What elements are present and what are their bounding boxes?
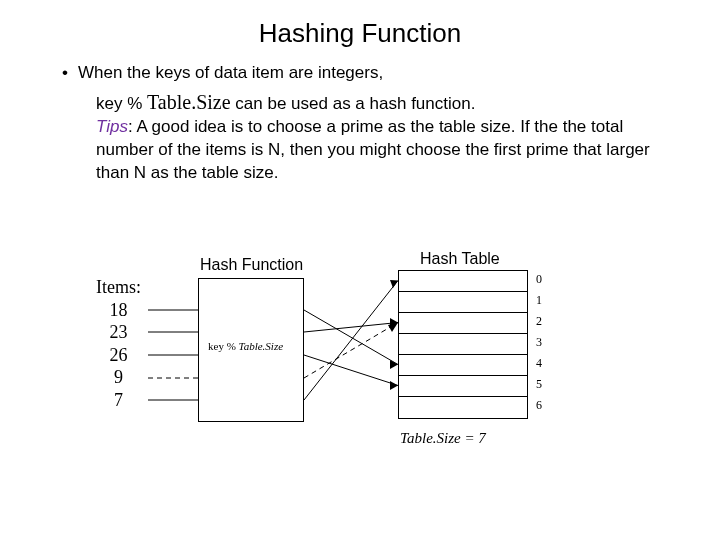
items-heading: Items: — [96, 276, 141, 299]
svg-marker-13 — [388, 323, 398, 333]
hf-inner-ts: Table.Size — [239, 340, 284, 352]
table-row — [399, 313, 527, 334]
table-index-6: 6 — [536, 398, 542, 413]
bullet-1: • When the keys of data item are integer… — [40, 63, 680, 83]
tips-label: Tips — [96, 117, 128, 136]
items-block: Items: 18 23 26 9 7 — [96, 276, 141, 411]
table-index-0: 0 — [536, 272, 542, 287]
item-0: 18 — [96, 299, 141, 322]
svg-line-6 — [304, 323, 398, 333]
table-index-2: 2 — [536, 314, 542, 329]
table-size-label: Table.Size = 7 — [400, 430, 486, 447]
hash-expr-post: can be used as a hash function. — [231, 94, 476, 113]
table-row — [399, 271, 527, 292]
table-index-4: 4 — [536, 356, 542, 371]
item-4: 7 — [96, 389, 141, 412]
hash-table-label: Hash Table — [420, 250, 500, 268]
table-row — [399, 376, 527, 397]
table-index-3: 3 — [536, 335, 542, 350]
item-3: 9 — [96, 366, 141, 389]
svg-marker-12 — [390, 381, 398, 390]
diagram: Items: 18 23 26 9 7 Hash Function key % … — [0, 248, 720, 488]
hf-inner-pre: key % — [208, 340, 239, 352]
svg-marker-14 — [390, 280, 398, 288]
item-2: 26 — [96, 344, 141, 367]
hash-function-label: Hash Function — [200, 256, 303, 274]
hash-table — [398, 270, 528, 419]
svg-marker-10 — [390, 360, 398, 369]
table-row — [399, 355, 527, 376]
hash-expr-pre: key % — [96, 94, 147, 113]
body-text: key % Table.Size can be used as a hash f… — [96, 89, 680, 185]
table-row — [399, 397, 527, 418]
svg-marker-11 — [390, 318, 398, 327]
table-index-5: 5 — [536, 377, 542, 392]
item-1: 23 — [96, 321, 141, 344]
tips-body: : A good idea is to choose a prime as th… — [96, 117, 650, 182]
svg-line-8 — [304, 323, 398, 379]
page-title: Hashing Function — [40, 18, 680, 49]
bullet-dot: • — [62, 63, 68, 83]
bullet-1-text: When the keys of data item are integers, — [78, 63, 383, 83]
svg-line-7 — [304, 355, 398, 386]
table-row — [399, 334, 527, 355]
table-row — [399, 292, 527, 313]
svg-line-5 — [304, 310, 398, 365]
svg-line-9 — [304, 281, 398, 401]
table-index-1: 1 — [536, 293, 542, 308]
table-size-term: Table.Size — [147, 91, 231, 113]
hash-function-inner: key % Table.Size — [208, 340, 283, 352]
